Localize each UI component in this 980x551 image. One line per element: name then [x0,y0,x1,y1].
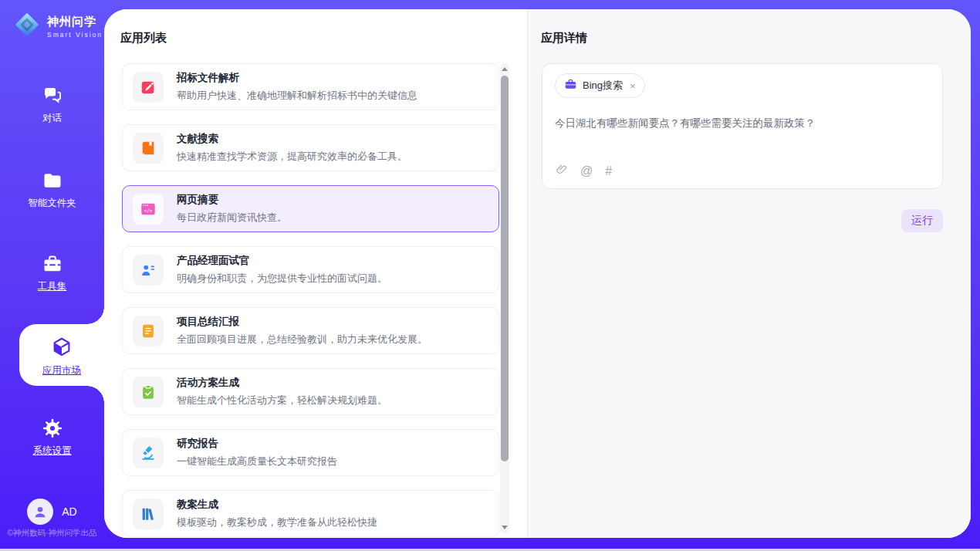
hash-icon[interactable]: # [605,165,612,177]
app-card-list: 招标文件解析 帮助用户快速、准确地理解和解析招标书中的关键信息 文献搜索 快速精… [122,63,499,538]
tool-chip-bing-search[interactable]: Bing搜索 × [555,73,645,98]
clipboard-check-icon [133,377,164,407]
brand-logo: 神州问学 Smart Vision [12,10,103,42]
edit-square-icon [133,72,164,103]
app-card-title: 项目总结汇报 [177,315,427,329]
run-button[interactable]: 运行 [901,209,943,232]
folder-icon [0,170,104,191]
sidebar-item-label: 应用市场 [19,364,104,377]
app-list-panel: 应用列表 招标文件解析 帮助用户快速、准确地理解和解析招标书中的关键信息 [104,9,527,538]
toolbox-icon [0,253,104,275]
sidebar-item-label: 系统设置 [0,445,104,458]
app-card-bid-parse[interactable]: 招标文件解析 帮助用户快速、准确地理解和解析招标书中的关键信息 [122,63,499,110]
app-card-title: 活动方案生成 [177,376,387,390]
microscope-icon [133,438,164,468]
sidebar-item-label: 工具集 [0,280,104,293]
interviewer-icon [133,255,164,286]
app-card-event-plan[interactable]: 活动方案生成 智能生成个性化活动方案，轻松解决规划难题。 [122,368,499,415]
document-icon [133,316,164,346]
diamond-logo-icon [12,10,42,42]
sidebar: 神州问学 Smart Vision 对话 智能文件夹 [0,0,104,551]
close-icon[interactable]: × [630,80,636,92]
sidebar-item-settings[interactable]: 系统设置 [0,417,104,458]
user-initials: AD [62,505,76,518]
composer-toolbar: @ # [556,163,612,180]
app-card-description: 一键智能生成高质量长文本研究报告 [177,455,337,468]
list-scrollbar[interactable] [500,63,509,533]
book-icon [133,133,164,164]
briefcase-icon [564,78,577,94]
sidebar-item-app-market[interactable]: 应用市场 [19,324,104,386]
chat-icon [0,85,104,106]
app-card-title: 招标文件解析 [177,71,417,85]
sidebar-item-label: 对话 [0,112,104,125]
app-card-title: 教案生成 [177,498,377,512]
app-detail-title: 应用详情 [541,31,587,46]
app-card-title: 研究报告 [177,437,337,451]
books-icon [133,499,164,529]
app-card-description: 帮助用户快速、准确地理解和解析招标书中的关键信息 [177,89,417,103]
cube-icon [19,336,104,359]
sidebar-item-toolset[interactable]: 工具集 [0,253,104,293]
brand-name: 神州问学 [47,15,96,28]
app-card-research-report[interactable]: 研究报告 一键智能生成高质量长文本研究报告 [122,429,499,476]
scrollbar-thumb[interactable] [501,76,509,461]
app-card-description: 快速精准查找学术资源，提高研究效率的必备工具。 [177,150,407,164]
app-card-description: 每日政府新闻资讯快查。 [177,211,287,225]
main-content: 应用列表 招标文件解析 帮助用户快速、准确地理解和解析招标书中的关键信息 [104,9,971,538]
tool-chip-label: Bing搜索 [583,79,623,93]
app-card-title: 文献搜索 [177,132,407,146]
copyright-footer: ©神州数码·神州问学出品 [0,528,104,539]
sidebar-item-chat[interactable]: 对话 [0,85,104,125]
sidebar-item-label: 智能文件夹 [0,197,104,210]
query-input-text[interactable]: 今日湖北有哪些新闻要点？有哪些需要关注的最新政策？ [555,117,930,130]
app-card-literature-search[interactable]: 文献搜索 快速精准查找学术资源，提高研究效率的必备工具。 [122,124,499,171]
app-list-title: 应用列表 [120,31,167,46]
at-icon[interactable]: @ [580,165,593,177]
avatar [27,499,53,525]
svg-text:</>: </> [144,208,153,213]
sidebar-item-smart-folder[interactable]: 智能文件夹 [0,170,104,210]
user-account[interactable]: AD [0,499,104,525]
app-card-web-summary[interactable]: </> 网页摘要 每日政府新闻资讯快查。 [122,185,499,232]
prompt-composer[interactable]: Bing搜索 × 今日湖北有哪些新闻要点？有哪些需要关注的最新政策？ @ # [542,63,943,189]
app-card-description: 模板驱动，教案秒成，教学准备从此轻松快捷 [177,516,377,529]
app-card-title: 网页摘要 [177,193,287,207]
app-card-title: 产品经理面试官 [177,254,387,268]
app-card-description: 智能生成个性化活动方案，轻松解决规划难题。 [177,394,387,407]
app-card-description: 明确身份和职责，为您提供专业性的面试问题。 [177,272,387,286]
brand-tagline: Smart Vision [47,31,103,39]
app-detail-panel: 应用详情 Bing搜索 × 今日湖北有哪些新闻要点？有哪些需要关注的最新政策？ [527,9,971,538]
app-card-lesson-plan[interactable]: 教案生成 模板驱动，教案秒成，教学准备从此轻松快捷 [122,490,499,537]
gear-icon [0,417,104,439]
browser-code-icon: </> [133,194,164,225]
app-card-description: 全面回顾项目进展，总结经验教训，助力未来优化发展。 [177,333,427,346]
scroll-down-icon[interactable] [502,526,508,529]
paperclip-icon[interactable] [556,163,568,180]
app-card-project-summary[interactable]: 项目总结汇报 全面回顾项目进展，总结经验教训，助力未来优化发展。 [122,307,499,354]
scroll-up-icon[interactable] [502,67,508,71]
app-card-pm-interviewer[interactable]: 产品经理面试官 明确身份和职责，为您提供专业性的面试问题。 [122,246,499,293]
